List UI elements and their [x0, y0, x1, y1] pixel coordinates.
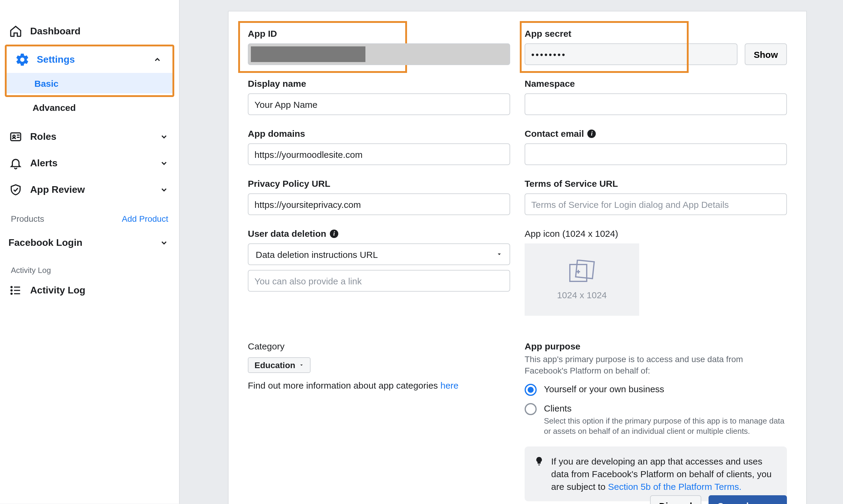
app-domains-input[interactable]: [248, 143, 510, 165]
radio-selected-icon[interactable]: [524, 384, 537, 396]
tip-text: If you are developing an app that access…: [551, 455, 777, 493]
main-content: App ID App secret •••••••• Show: [180, 0, 843, 504]
label-tos-url: Terms of Service URL: [524, 178, 787, 188]
products-section-header: Products Add Product: [0, 203, 179, 230]
settings-basic-card: App ID App secret •••••••• Show: [228, 11, 807, 504]
sidebar-item-label: Roles: [30, 131, 56, 142]
category-hint: Find out more information about app cate…: [248, 380, 510, 391]
sidebar: Dashboard Settings Basic Advanced: [0, 0, 180, 504]
chevron-down-icon: [160, 239, 168, 247]
sidebar-item-label: Activity Log: [30, 285, 85, 296]
add-product-link[interactable]: Add Product: [122, 214, 168, 223]
label-app-secret: App secret: [524, 28, 787, 39]
display-name-input[interactable]: [248, 93, 510, 115]
home-icon: [8, 24, 23, 39]
field-data-deletion: User data deletion i Data deletion instr…: [248, 228, 510, 316]
purpose-option-self[interactable]: Yourself or your own business: [524, 384, 787, 396]
sidebar-subitem-advanced[interactable]: Advanced: [0, 97, 179, 118]
shield-check-icon: [8, 183, 23, 197]
category-select[interactable]: Education: [248, 357, 310, 373]
select-value: Data deletion instructions URL: [256, 249, 378, 259]
field-app-icon: App icon (1024 x 1024) 1024 x 1024: [524, 228, 787, 316]
discard-button[interactable]: Discard: [650, 495, 701, 504]
field-app-id: App ID: [248, 28, 510, 65]
upload-dimensions-text: 1024 x 1024: [557, 289, 607, 300]
lightbulb-icon: [534, 455, 544, 493]
app-icon-upload[interactable]: 1024 x 1024: [524, 244, 639, 316]
activity-log-section-header: Activity Log: [0, 256, 179, 277]
section-title: Products: [11, 214, 44, 223]
sidebar-subitem-basic[interactable]: Basic: [7, 73, 172, 93]
caret-down-icon: [496, 251, 502, 257]
chevron-up-icon: [153, 55, 161, 64]
field-display-name: Display name: [248, 78, 510, 115]
sidebar-item-app-review[interactable]: App Review: [0, 177, 179, 203]
category-value: Education: [255, 360, 295, 370]
data-deletion-select[interactable]: Data deletion instructions URL: [248, 244, 510, 265]
app-purpose-desc: This app's primary purpose is to access …: [524, 354, 787, 377]
sidebar-item-label: Settings: [37, 54, 75, 65]
list-icon: [8, 283, 23, 298]
sidebar-item-activity-log[interactable]: Activity Log: [0, 277, 179, 304]
field-contact-email: Contact email i: [524, 128, 787, 165]
gear-icon: [15, 52, 30, 67]
contact-email-input[interactable]: [524, 143, 787, 165]
info-icon[interactable]: i: [330, 229, 338, 238]
hint-text: Find out more information about app cate…: [248, 380, 441, 391]
label-category: Category: [248, 341, 510, 351]
sidebar-item-label: Dashboard: [30, 26, 81, 37]
redacted-content: [251, 47, 365, 62]
sidebar-item-label: Basic: [34, 78, 58, 88]
chevron-down-icon: [160, 159, 168, 167]
bell-icon: [8, 156, 23, 170]
privacy-url-input[interactable]: [248, 193, 510, 215]
radio-unselected-icon[interactable]: [524, 403, 537, 415]
purpose-option-clients[interactable]: Clients Select this option if the primar…: [524, 403, 787, 437]
caret-down-icon: [299, 363, 304, 367]
sidebar-item-roles[interactable]: Roles: [0, 124, 179, 150]
sidebar-item-facebook-login[interactable]: Facebook Login: [0, 230, 179, 256]
chevron-down-icon: [160, 185, 168, 194]
data-deletion-link-input[interactable]: [248, 270, 510, 292]
sidebar-item-settings[interactable]: Settings: [7, 47, 172, 73]
radio-label: Yourself or your own business: [544, 384, 664, 394]
show-secret-button[interactable]: Show: [745, 43, 787, 65]
label-namespace: Namespace: [524, 78, 787, 89]
field-category: Category Education Find out more informa…: [248, 341, 510, 501]
sidebar-item-label: Facebook Login: [8, 237, 82, 248]
category-hint-link[interactable]: here: [441, 380, 459, 391]
field-tos-url: Terms of Service URL: [524, 178, 787, 215]
label-text: User data deletion: [248, 228, 326, 239]
label-app-id: App ID: [248, 28, 510, 39]
id-card-icon: [8, 129, 23, 144]
label-contact-email: Contact email i: [524, 128, 787, 139]
save-changes-button[interactable]: Save changes: [708, 495, 787, 504]
svg-point-2: [11, 287, 12, 288]
sidebar-item-label: Alerts: [30, 158, 57, 169]
svg-point-3: [11, 290, 12, 291]
field-app-purpose: App purpose This app's primary purpose i…: [524, 341, 787, 501]
svg-point-4: [11, 293, 12, 294]
field-privacy-url: Privacy Policy URL: [248, 178, 510, 215]
chevron-down-icon: [160, 132, 168, 141]
svg-point-1: [13, 135, 15, 137]
namespace-input[interactable]: [524, 93, 787, 115]
tos-url-input[interactable]: [524, 193, 787, 215]
image-plus-icon: [568, 259, 596, 284]
label-privacy-url: Privacy Policy URL: [248, 178, 510, 188]
sidebar-item-alerts[interactable]: Alerts: [0, 150, 179, 177]
app-secret-value: ••••••••: [531, 49, 566, 59]
sidebar-item-dashboard[interactable]: Dashboard: [0, 18, 179, 44]
label-app-purpose: App purpose: [524, 341, 787, 351]
sidebar-item-label: App Review: [30, 184, 85, 195]
field-namespace: Namespace: [524, 78, 787, 115]
footer-actions: Discard Save changes: [248, 489, 787, 504]
label-app-icon: App icon (1024 x 1024): [524, 228, 787, 239]
info-icon[interactable]: i: [588, 129, 596, 138]
sidebar-item-label: Advanced: [33, 102, 76, 112]
highlight-settings-group: Settings Basic: [5, 44, 174, 97]
label-display-name: Display name: [248, 78, 510, 89]
app-secret-input[interactable]: ••••••••: [524, 43, 738, 65]
label-data-deletion: User data deletion i: [248, 228, 510, 239]
app-id-input[interactable]: [248, 43, 510, 65]
